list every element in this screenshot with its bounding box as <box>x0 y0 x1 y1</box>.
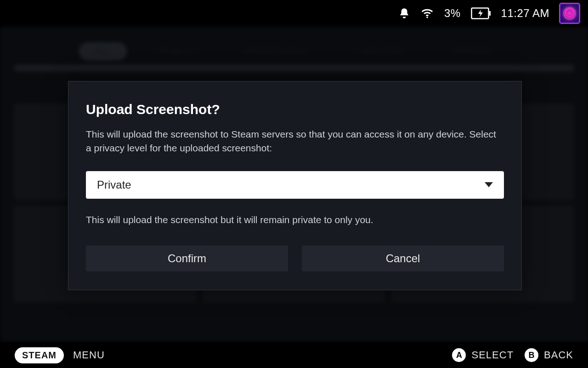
battery-percent: 3% <box>444 7 461 20</box>
privacy-select-value: Private <box>97 178 131 191</box>
cancel-button[interactable]: Cancel <box>302 246 504 271</box>
a-button-icon: A <box>452 348 466 362</box>
chevron-down-icon <box>485 182 493 187</box>
dialog-title: Upload Screenshot? <box>86 102 504 117</box>
upload-screenshot-dialog: Upload Screenshot? This will upload the … <box>68 81 522 290</box>
svg-point-0 <box>426 17 428 18</box>
b-button-label: BACK <box>544 349 573 361</box>
battery-charging-icon <box>471 7 491 19</box>
dialog-button-row: Confirm Cancel <box>86 246 504 271</box>
dialog-description: This will upload the screenshot to Steam… <box>86 127 504 155</box>
footer-hint-select: A SELECT <box>452 348 514 362</box>
footer-hint-back: B BACK <box>525 348 573 362</box>
privacy-select[interactable]: Private <box>86 171 504 199</box>
bell-icon[interactable] <box>398 7 410 19</box>
a-button-label: SELECT <box>471 349 514 361</box>
footer-bar: STEAM MENU A SELECT B BACK <box>0 342 588 368</box>
confirm-button[interactable]: Confirm <box>86 246 288 271</box>
menu-label: MENU <box>73 349 105 361</box>
privacy-hint: This will upload the screenshot but it w… <box>86 214 504 225</box>
avatar[interactable] <box>560 3 580 23</box>
wifi-icon <box>420 6 434 20</box>
b-button-icon: B <box>525 348 538 362</box>
status-bar: 3% 11:27 AM <box>0 0 588 27</box>
svg-rect-2 <box>489 11 491 16</box>
steam-button[interactable]: STEAM <box>15 347 64 363</box>
clock: 11:27 AM <box>501 7 549 20</box>
modal-overlay: Upload Screenshot? This will upload the … <box>0 27 588 342</box>
